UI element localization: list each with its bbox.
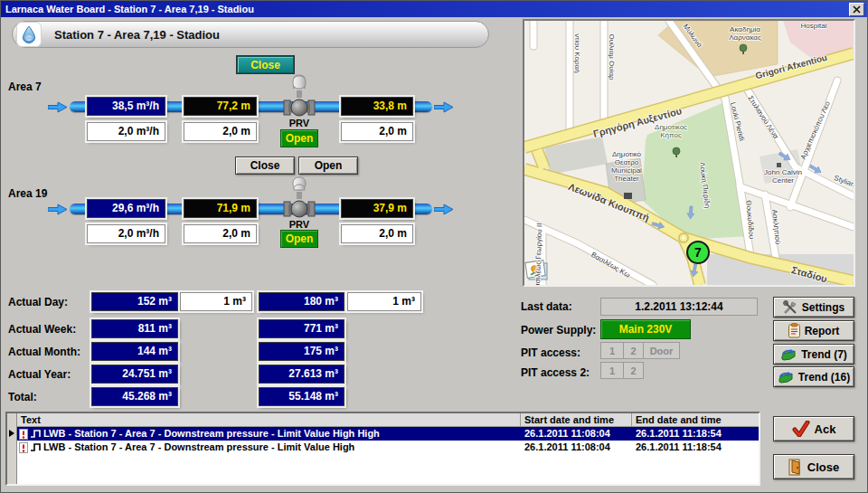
alarm-start: 26.1.2011 11:08:04 xyxy=(521,441,632,454)
alarm-step-icon xyxy=(30,429,42,439)
water-drop-icon xyxy=(16,22,42,47)
area7-prv-valve-icon xyxy=(283,74,316,118)
area19-flow-value: 29,6 m³/h xyxy=(87,199,165,218)
total-label: Total: xyxy=(8,391,37,403)
alarm-start: 26.1.2011 11:08:04 xyxy=(521,427,632,441)
area19-close-button[interactable]: Close xyxy=(235,156,295,175)
alarm-table: Text Start date and time End date and ti… xyxy=(5,412,760,486)
actual-month-label: Actual Month: xyxy=(8,346,80,358)
day-input-1[interactable]: 1 m³ xyxy=(180,292,252,311)
last-data-label: Last data: xyxy=(521,300,572,313)
area7-label: Area 7 xyxy=(8,81,42,93)
area19-prv-status: Open xyxy=(280,230,318,248)
close-icon xyxy=(853,5,861,14)
pit1-indicator-door: Door xyxy=(643,342,680,359)
alarm-state-icon xyxy=(19,429,28,440)
week-total-1: 811 m³ xyxy=(91,319,178,338)
alarm-end: 26.1.2011 11:18:54 xyxy=(632,441,755,454)
area19-upstream-setpoint-input[interactable]: 2,0 m xyxy=(184,224,257,243)
area19-open-button[interactable]: Open xyxy=(298,156,358,175)
grand-total-2: 55.148 m³ xyxy=(259,387,344,406)
svg-text:Hospital: Hospital xyxy=(801,22,827,30)
area7-prv-status: Open xyxy=(280,129,318,147)
area19-flow-setpoint-input[interactable]: 2,0 m³/h xyxy=(87,224,165,243)
area19-prv-valve-icon xyxy=(283,175,316,219)
day-input-2[interactable]: 1 m³ xyxy=(347,292,421,311)
title-bar: Larnaca Water Board - Station 7 - Area 7… xyxy=(1,1,867,17)
year-total-1: 24.751 m³ xyxy=(91,365,178,384)
alarm-marker-column xyxy=(7,413,17,484)
tools-icon xyxy=(783,300,797,315)
pit2-indicator-2: 2 xyxy=(623,362,644,379)
last-data-value: 1.2.2011 13:12:44 xyxy=(600,298,758,316)
flow-in-arrow xyxy=(48,101,68,113)
settings-button[interactable]: Settings xyxy=(773,297,854,318)
page-title: Station 7 - Area 7,19 - Stadiou xyxy=(54,28,220,42)
trend7-button-label: Trend (7) xyxy=(801,348,847,361)
area7-flow-setpoint-input[interactable]: 2,0 m³/h xyxy=(87,122,165,141)
ack-button[interactable]: Ack xyxy=(773,416,854,441)
pit1-indicator-2: 2 xyxy=(623,342,644,359)
area7-prv-label: PRV xyxy=(281,118,317,128)
svg-text:ντίου Κοραή: ντίου Κοραή xyxy=(573,33,581,72)
flow-in-arrow xyxy=(48,204,68,215)
week-total-2: 771 m³ xyxy=(259,319,344,338)
alarm-text: LWB - Station 7 - Area 7 - Downstream pr… xyxy=(43,427,380,441)
svg-text:7: 7 xyxy=(694,245,702,260)
area19-upstream-pressure: 71,9 m xyxy=(184,199,257,218)
trend-icon xyxy=(778,371,794,384)
window-close-button[interactable] xyxy=(849,3,864,16)
power-supply-status: Main 230V xyxy=(600,319,691,339)
alarm-row[interactable]: LWB - Station 7 - Area 7 - Downstream pr… xyxy=(17,427,759,441)
trend-icon xyxy=(780,348,797,361)
year-total-2: 27.613 m³ xyxy=(259,365,344,384)
alarm-col-start[interactable]: Start date and time xyxy=(521,413,632,427)
svg-text:Municipal: Municipal xyxy=(611,166,642,175)
pit2-indicator-1: 1 xyxy=(600,362,624,379)
power-supply-label: Power Supply: xyxy=(521,324,596,337)
report-button-label: Report xyxy=(805,325,840,337)
area19-prv-label: PRV xyxy=(281,219,317,230)
pit-access-label: PIT access: xyxy=(521,346,580,359)
actual-year-label: Actual Year: xyxy=(8,368,71,381)
settings-button-label: Settings xyxy=(802,301,844,314)
close-button[interactable]: Close xyxy=(773,454,854,479)
map-panel[interactable]: Ακαδημία Λάρνακας Hospital Grigori Afxen… xyxy=(523,19,855,287)
close-button-label: Close xyxy=(807,460,839,474)
pit-access2-label: PIT access 2: xyxy=(521,366,590,379)
alarm-step-icon xyxy=(30,442,42,452)
svg-text:Theater: Theater xyxy=(614,175,639,183)
station-marker[interactable]: 7 xyxy=(687,242,709,263)
svg-text:Δημοτικός: Δημοτικός xyxy=(655,123,687,131)
trend7-button[interactable]: Trend (7) xyxy=(773,344,854,365)
svg-text:John Calvin: John Calvin xyxy=(764,168,802,176)
area7-downstream-pressure: 33,8 m xyxy=(341,97,413,116)
actual-week-label: Actual Week: xyxy=(8,323,76,336)
theater-icon xyxy=(624,193,632,199)
svg-text:Κήπος: Κήπος xyxy=(660,131,682,139)
trend16-button[interactable]: Trend (16) xyxy=(773,366,854,387)
report-button[interactable]: Report xyxy=(773,320,854,341)
area7-flow-value: 38,5 m³/h xyxy=(87,97,165,116)
alarm-col-end[interactable]: End date and time xyxy=(632,413,759,427)
alarm-text: LWB - Station 7 - Area 7 - Downstream pr… xyxy=(43,441,354,454)
flow-out-arrow xyxy=(434,101,454,113)
area7-upstream-setpoint-input[interactable]: 2,0 m xyxy=(184,122,257,141)
svg-text:Δημοτικό: Δημοτικό xyxy=(612,150,642,158)
area19-downstream-setpoint-input[interactable]: 2,0 m xyxy=(341,224,413,243)
svg-text:Ακαδημία: Ακαδημία xyxy=(730,25,760,33)
selected-row-marker xyxy=(9,430,14,437)
area19-downstream-pressure: 37,9 m xyxy=(341,199,413,218)
area7-downstream-setpoint-input[interactable]: 2,0 m xyxy=(341,122,413,141)
pit1-indicator-1: 1 xyxy=(600,342,624,359)
month-total-2: 175 m³ xyxy=(259,342,344,361)
alarm-col-text[interactable]: Text xyxy=(17,413,521,427)
alarm-row[interactable]: LWB - Station 7 - Area 7 - Downstream pr… xyxy=(17,441,759,454)
ack-button-label: Ack xyxy=(815,422,836,436)
svg-text:Λάρνακας: Λάρνακας xyxy=(729,33,761,42)
svg-text:Ουίλιαμ Ουίαρ: Ουίλιαμ Ουίαρ xyxy=(608,33,616,81)
area7-close-button[interactable]: Close xyxy=(237,56,294,73)
svg-text:Θέατρο: Θέατρο xyxy=(615,158,639,166)
day-total-2: 180 m³ xyxy=(259,292,344,311)
flow-out-arrow xyxy=(434,204,454,215)
